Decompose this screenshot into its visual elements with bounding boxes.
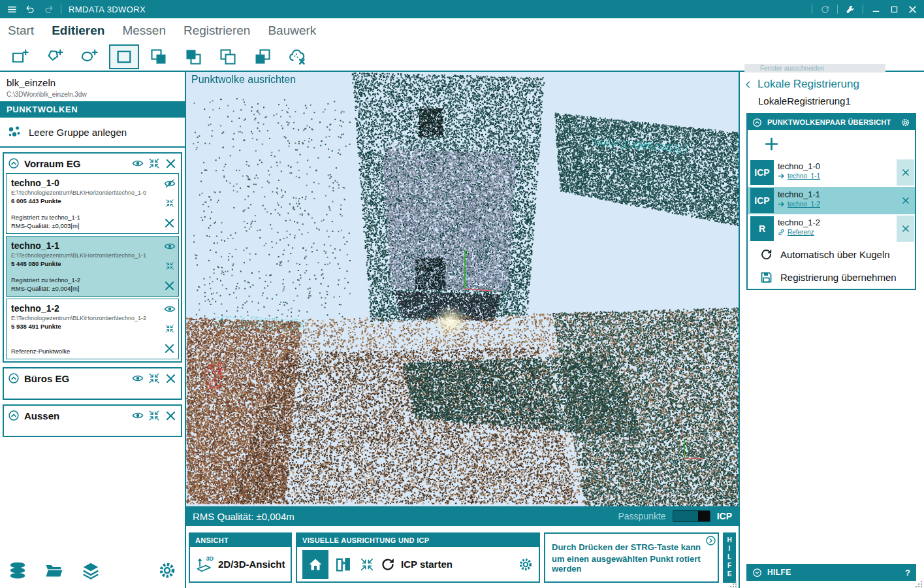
selection-add-icon[interactable]	[178, 44, 208, 69]
visibility-icon[interactable]	[132, 410, 144, 421]
create-empty-group-button[interactable]: Leere Gruppe anlegen	[0, 118, 185, 148]
remove-pair-button[interactable]	[897, 216, 914, 242]
zoom-to-icon[interactable]	[165, 324, 174, 333]
delete-group-icon[interactable]	[165, 410, 177, 422]
menubar: Start Editieren Messen Registrieren Bauw…	[0, 18, 924, 43]
icp-settings-gear-icon[interactable]	[518, 557, 534, 572]
layers-tab-icon[interactable]	[81, 561, 101, 580]
folder-tab-icon[interactable]	[44, 561, 64, 580]
remove-pair-button[interactable]	[897, 159, 914, 186]
visibility-off-icon[interactable]	[164, 178, 176, 189]
collapse-group-icon[interactable]	[8, 372, 20, 384]
passpunkte-icp-toggle[interactable]	[673, 510, 710, 522]
select-rectangle-icon[interactable]	[109, 44, 139, 69]
selection-intersect-icon[interactable]	[247, 44, 278, 69]
hilfe-vertical-tab[interactable]: HILFE	[723, 532, 736, 583]
fit-view-icon[interactable]	[360, 557, 374, 572]
zoom-to-group-icon[interactable]	[148, 372, 160, 384]
collapse-group-icon[interactable]	[8, 410, 20, 421]
fenster-ausschneiden-tooltip: Fenster ausschneiden	[744, 64, 885, 73]
bottom-control-panel: ANSICHT 3D 2D/3D-Ansicht VISUELLE AUSRIC…	[186, 526, 739, 588]
app-window: RMDATA 3DWORX Start Editieren Messen Reg…	[0, 0, 924, 588]
sync-icon[interactable]	[816, 1, 834, 17]
pair-target-link[interactable]: Referenz	[788, 229, 814, 236]
visibility-icon[interactable]	[164, 303, 176, 315]
zoom-to-icon[interactable]	[165, 199, 174, 208]
collapse-panel-icon[interactable]	[752, 118, 762, 127]
pointcloud-item-techno-1-0[interactable]: techno_1-0 E:\Technologiezentrum\BLK\Hor…	[6, 173, 179, 234]
remove-pair-button[interactable]	[897, 188, 914, 214]
hilfe-collapsed-bar[interactable]: HILFE ?	[746, 564, 916, 581]
group-vorraum-eg: Vorraum EG techno_1-0 E:\Technologiezent…	[3, 152, 182, 363]
titlebar-separator	[812, 5, 812, 14]
delete-icon[interactable]	[163, 217, 176, 229]
icp-start-button[interactable]: ICP starten	[380, 557, 453, 572]
menu-editieren[interactable]: Editieren	[52, 24, 104, 38]
pair-settings-gear-icon[interactable]	[900, 118, 910, 127]
align-buildings-icon[interactable]	[334, 555, 354, 574]
auto-spheres-button[interactable]: Automatisch über Kugeln	[748, 243, 915, 266]
settings-wrench-icon[interactable]	[841, 1, 859, 17]
visibility-icon[interactable]	[132, 157, 144, 169]
minimize-button[interactable]	[867, 1, 885, 17]
pointcloud-item-techno-1-2[interactable]: techno_1-2 E:\Technologiezentrum\BLK\Hor…	[6, 299, 179, 359]
group-header[interactable]: Vorraum EG	[4, 154, 181, 173]
maximize-button[interactable]	[885, 1, 903, 17]
expand-hint-icon[interactable]	[705, 535, 716, 549]
hamburger-menu-icon[interactable]	[3, 1, 21, 17]
viewport-mode-label: Punktwolke ausrichten	[191, 74, 296, 86]
zoom-to-group-icon[interactable]	[148, 157, 160, 169]
window-resize-grip[interactable]	[915, 580, 923, 588]
select-ellipse-add-icon[interactable]	[74, 44, 104, 69]
panel-resize-grip[interactable]	[729, 580, 737, 588]
visual-alignment-box: VISUELLE AUSRICHTUNG UND ICP ICP starten	[296, 532, 540, 583]
pointcloud-item-techno-1-1[interactable]: techno_1-1 E:\Technologiezentrum\BLK\Hor…	[6, 236, 179, 297]
selection-subtract-icon[interactable]	[213, 44, 243, 69]
select-rectangle-add-icon[interactable]	[5, 44, 35, 69]
undo-icon[interactable]	[21, 1, 39, 17]
delete-icon[interactable]	[163, 280, 176, 292]
pointcloud-canvas[interactable]	[186, 72, 739, 506]
database-tab-icon[interactable]	[8, 561, 27, 580]
app-title: RMDATA 3DWORX	[69, 5, 146, 14]
settings-gear-icon[interactable]	[157, 561, 177, 580]
visibility-icon[interactable]	[164, 240, 176, 252]
apply-registration-button[interactable]: Registrierung übernehmen	[748, 266, 915, 289]
group-header[interactable]: Aussen	[4, 406, 181, 425]
redo-icon[interactable]	[39, 1, 57, 17]
align-house-button[interactable]	[302, 550, 328, 579]
zoom-to-icon[interactable]	[165, 261, 174, 270]
menu-registrieren[interactable]: Registrieren	[183, 24, 250, 38]
pair-target-link[interactable]: techno_1-1	[788, 172, 820, 180]
punktwolken-section-header: PUNKTWOLKEN	[0, 101, 185, 118]
2d3d-view-button[interactable]: 2D/3D-Ansicht	[218, 559, 285, 570]
menu-start[interactable]: Start	[8, 24, 34, 38]
delete-icon[interactable]	[163, 342, 176, 355]
group-icon	[7, 124, 22, 140]
delete-cloud-points-icon[interactable]	[282, 44, 312, 69]
menu-messen[interactable]: Messen	[122, 24, 166, 38]
pair-row-techno-1-2[interactable]: R techno_1-2 Referenz	[748, 215, 915, 242]
back-navigation[interactable]: Lokale Registrierung	[740, 72, 923, 92]
delete-group-icon[interactable]	[165, 372, 177, 385]
close-button[interactable]	[903, 1, 921, 17]
pair-row-techno-1-1[interactable]: ICP techno_1-1 techno_1-2	[748, 187, 915, 214]
collapse-group-icon[interactable]	[8, 157, 20, 169]
select-polygon-add-icon[interactable]	[40, 44, 70, 69]
visibility-icon[interactable]	[132, 372, 144, 384]
ansicht-box-title: ANSICHT	[190, 534, 291, 547]
hint-line-1: Durch Drücken der STRG-Taste kann	[552, 542, 711, 552]
pointcloud-sidebar: blk_einzeln C:\3DWorx\blk_einzeln.3dw PU…	[0, 72, 186, 588]
zoom-to-group-icon[interactable]	[148, 410, 160, 421]
titlebar: RMDATA 3DWORX	[0, 0, 924, 18]
project-path: C:\3DWorx\blk_einzeln.3dw	[7, 91, 178, 98]
delete-group-icon[interactable]	[165, 157, 177, 170]
pair-row-techno-1-0[interactable]: ICP techno_1-0 techno_1-1	[748, 159, 915, 186]
pair-target-link[interactable]: techno_1-2	[788, 201, 820, 208]
registration-instance-name: LokaleRegistrierung1	[740, 92, 923, 112]
group-header[interactable]: Büros EG	[4, 368, 181, 388]
selection-replace-icon[interactable]	[144, 44, 174, 69]
add-pair-button[interactable]	[748, 130, 780, 159]
menu-bauwerk[interactable]: Bauwerk	[268, 24, 316, 38]
hint-box: Durch Drücken der STRG-Taste kann um ein…	[544, 532, 719, 583]
